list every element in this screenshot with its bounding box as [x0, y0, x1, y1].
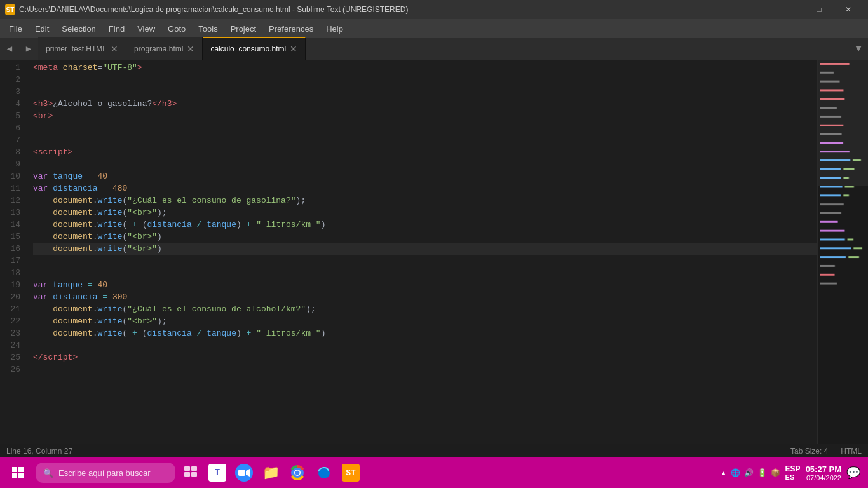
line-num-19: 19 — [6, 279, 20, 291]
taskbar-right: ▲ 🌐 🔊 🔋 📦 ESP ES 05:27 PM 07/04/2022 💬 — [721, 464, 865, 482]
code-line-20: var distancia = 300 — [33, 291, 817, 303]
windows-icon — [12, 467, 24, 478]
code-line-4: <h3>¿Alcohol o gasolina?</h3> — [33, 98, 817, 110]
line-num-20: 20 — [6, 291, 20, 303]
code-line-5: <br> — [33, 110, 817, 122]
language-indicator[interactable]: ESP ES — [785, 464, 801, 481]
code-line-9 — [33, 158, 817, 170]
code-line-1: <meta charset="UTF-8"> — [33, 62, 817, 74]
notification-icon[interactable]: 💬 — [846, 466, 860, 480]
tab-scroll-right[interactable]: ▶ — [19, 37, 38, 60]
files-icon[interactable]: 📁 — [258, 460, 283, 485]
sublime-text-icon[interactable]: ST — [338, 460, 363, 485]
code-line-22: document.write("<br>"); — [33, 315, 817, 327]
syntax-label[interactable]: HTML — [841, 447, 862, 456]
network-icon[interactable]: 🌐 — [731, 468, 740, 477]
line-num-18: 18 — [6, 267, 20, 279]
window-controls: ─ □ ✕ — [775, 0, 863, 19]
line-num-14: 14 — [6, 219, 20, 231]
tab-size[interactable]: Tab Size: 4 — [790, 447, 828, 456]
tab-calculo-consumo[interactable]: calculo_consumo.html ✕ — [203, 37, 306, 60]
tab-label: primer_test.HTML — [46, 44, 107, 53]
code-line-6 — [33, 122, 817, 134]
line-num-24: 24 — [6, 339, 20, 351]
svg-rect-3 — [18, 473, 24, 478]
battery-icon[interactable]: 🔋 — [757, 468, 767, 477]
language-code: ESP — [785, 464, 801, 473]
code-line-8: <script> — [33, 146, 817, 158]
menu-edit[interactable]: Edit — [29, 22, 55, 36]
taskview-button[interactable] — [178, 460, 203, 485]
taskbar-left: 🔍 Escribe aquí para buscar T 📁 — [3, 458, 363, 488]
line-num-22: 22 — [6, 315, 20, 327]
menu-bar: File Edit Selection Find View Goto Tools… — [0, 19, 868, 38]
svg-point-12 — [295, 471, 300, 475]
start-button[interactable] — [3, 458, 33, 488]
menu-goto[interactable]: Goto — [161, 22, 192, 36]
code-line-12: document.write("¿Cuál es el consumo de g… — [33, 194, 817, 207]
app-icon: ST — [5, 4, 15, 15]
cursor-position: Line 16, Column 27 — [6, 447, 72, 456]
edge-icon[interactable] — [311, 460, 337, 485]
system-clock[interactable]: 05:27 PM 07/04/2022 — [806, 464, 841, 482]
code-line-15: document.write("<br>") — [33, 231, 817, 243]
line-num-21: 21 — [6, 303, 20, 315]
line-num-10: 10 — [6, 170, 20, 182]
clock-time: 05:27 PM — [806, 464, 841, 474]
line-num-26: 26 — [6, 363, 20, 376]
language-sub: ES — [785, 473, 801, 481]
tab-close-programa[interactable]: ✕ — [187, 44, 194, 53]
tab-programa[interactable]: programa.html ✕ — [126, 37, 203, 60]
line-num-15: 15 — [6, 231, 20, 243]
tab-close-calculo[interactable]: ✕ — [290, 44, 297, 53]
maximize-button[interactable]: □ — [804, 0, 834, 19]
svg-rect-1 — [18, 467, 24, 472]
tab-scroll-left[interactable]: ◀ — [0, 37, 19, 60]
line-num-3: 3 — [6, 86, 20, 98]
volume-icon[interactable]: 🔊 — [744, 468, 754, 477]
line-num-2: 2 — [6, 74, 20, 86]
tab-label: programa.html — [134, 44, 183, 53]
tray-arrow[interactable]: ▲ — [721, 470, 727, 477]
code-line-10: var tanque = 40 — [33, 170, 817, 182]
menu-preferences[interactable]: Preferences — [262, 22, 320, 36]
code-line-16: document.write("<br>") — [33, 243, 817, 255]
status-bar: Line 16, Column 27 Tab Size: 4 HTML — [0, 444, 868, 458]
minimize-button[interactable]: ─ — [775, 0, 804, 19]
line-num-25: 25 — [6, 351, 20, 363]
line-num-5: 5 — [6, 110, 20, 122]
zoom-icon[interactable] — [231, 460, 257, 485]
dropbox-icon[interactable]: 📦 — [771, 468, 780, 477]
menu-view[interactable]: View — [131, 22, 161, 36]
svg-rect-6 — [184, 472, 190, 477]
code-line-19: var tanque = 40 — [33, 279, 817, 291]
minimap-canvas — [818, 60, 868, 311]
line-num-8: 8 — [6, 146, 20, 158]
tab-close-primer-test[interactable]: ✕ — [111, 44, 118, 53]
menu-selection[interactable]: Selection — [55, 22, 102, 36]
line-num-9: 9 — [6, 158, 20, 170]
code-line-2 — [33, 74, 817, 86]
search-placeholder: Escribe aquí para buscar — [58, 468, 151, 478]
menu-help[interactable]: Help — [320, 22, 349, 36]
editor-area: 1 2 3 4 5 6 7 8 9 10 11 12 13 14 15 16 1… — [0, 60, 868, 444]
code-line-18 — [33, 267, 817, 279]
menu-project[interactable]: Project — [224, 22, 262, 36]
search-icon: 🔍 — [43, 468, 53, 478]
menu-tools[interactable]: Tools — [192, 22, 224, 36]
svg-rect-2 — [12, 473, 17, 478]
svg-rect-7 — [191, 472, 197, 477]
line-num-4: 4 — [6, 98, 20, 110]
tab-dropdown[interactable]: ▼ — [849, 37, 868, 60]
line-num-1: 1 — [6, 62, 20, 74]
code-line-24 — [33, 339, 817, 351]
svg-rect-0 — [12, 467, 17, 472]
menu-file[interactable]: File — [3, 22, 29, 36]
search-box[interactable]: 🔍 Escribe aquí para buscar — [36, 463, 175, 483]
code-area[interactable]: <meta charset="UTF-8"> <h3>¿Alcohol o ga… — [27, 60, 817, 444]
teams-icon[interactable]: T — [205, 460, 230, 485]
close-button[interactable]: ✕ — [834, 0, 863, 19]
chrome-icon[interactable] — [285, 460, 310, 485]
menu-find[interactable]: Find — [102, 22, 131, 36]
tab-primer-test[interactable]: primer_test.HTML ✕ — [38, 37, 126, 60]
